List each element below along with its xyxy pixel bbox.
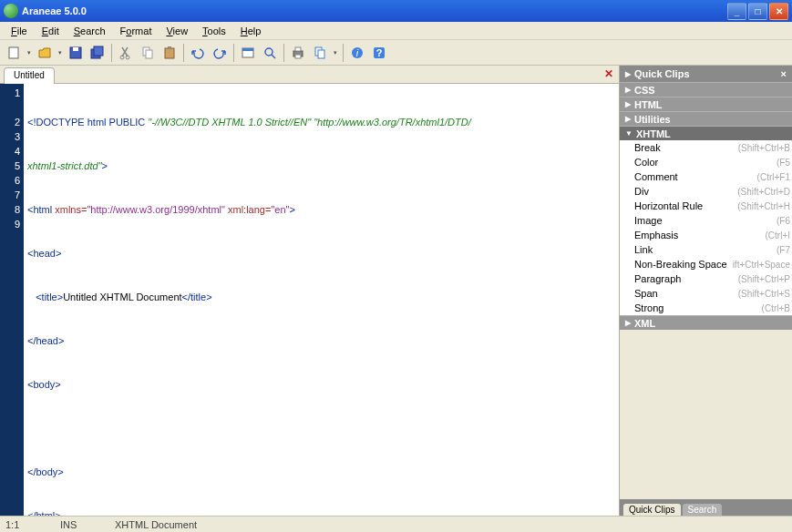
paste-button[interactable] xyxy=(159,43,180,63)
svg-rect-0 xyxy=(9,47,18,58)
code-editor[interactable]: 1 2 3 4 5 6 7 8 9 <!DOCTYPE html PUBLIC … xyxy=(0,84,619,516)
svg-rect-2 xyxy=(73,47,78,51)
clip-item-image[interactable]: Image(F6 xyxy=(620,213,792,228)
code-content[interactable]: <!DOCTYPE html PUBLIC "-//W3C//DTD XHTML… xyxy=(24,84,619,516)
open-button[interactable] xyxy=(35,43,55,63)
panel-tab-search[interactable]: Search xyxy=(683,504,723,516)
category-html[interactable]: ▶HTML xyxy=(620,97,792,111)
chevron-down-icon: ▼ xyxy=(625,129,633,138)
panel-close-icon[interactable]: × xyxy=(781,68,787,79)
toolbar-separator xyxy=(233,44,234,62)
copy-doc-button[interactable] xyxy=(310,43,330,63)
clip-item-link[interactable]: Link(F7 xyxy=(620,242,792,257)
copy-doc-dropdown[interactable]: ▾ xyxy=(332,49,339,56)
toolbar-separator xyxy=(343,44,344,62)
panel-fill xyxy=(620,330,792,499)
print-button[interactable] xyxy=(288,43,308,63)
redo-button[interactable] xyxy=(210,43,230,63)
clip-item-break[interactable]: Break(Shift+Ctrl+B xyxy=(620,140,792,155)
cut-button[interactable] xyxy=(116,43,136,63)
toolbar-separator xyxy=(183,44,184,62)
quick-clips-panel: ▶ Quick Clips × ▶CSS ▶HTML ▶Utilities ▼X… xyxy=(619,66,792,516)
toolbar: ▾ ▾ ▾ i ? xyxy=(0,40,792,66)
info-button[interactable]: i xyxy=(347,43,367,63)
document-tab[interactable]: Untitled xyxy=(4,67,55,84)
new-dropdown[interactable]: ▾ xyxy=(26,49,33,56)
svg-rect-16 xyxy=(295,47,301,51)
svg-rect-10 xyxy=(168,46,171,49)
clip-item-span[interactable]: Span(Shift+Ctrl+S xyxy=(620,286,792,301)
statusbar: 1:1 INS XHTML Document xyxy=(0,516,792,532)
editor-pane: Untitled ✕ 1 2 3 4 5 6 7 8 9 <!DOCTYPE h… xyxy=(0,66,619,516)
svg-rect-8 xyxy=(146,50,152,58)
save-button[interactable] xyxy=(66,43,86,63)
undo-button[interactable] xyxy=(188,43,208,63)
status-insert-mode: INS xyxy=(60,519,97,530)
menu-view[interactable]: View xyxy=(159,24,195,38)
document-tabs: Untitled ✕ xyxy=(0,66,619,84)
clip-item-nbsp[interactable]: Non-Breaking Spaceift+Ctrl+Space xyxy=(620,257,792,271)
menu-search[interactable]: Search xyxy=(67,24,113,38)
panel-tab-clips[interactable]: Quick Clips xyxy=(623,504,681,516)
svg-text:?: ? xyxy=(376,47,383,58)
svg-rect-12 xyxy=(242,48,253,51)
category-utilities[interactable]: ▶Utilities xyxy=(620,111,792,126)
line-number: 9 xyxy=(0,217,20,231)
menubar: File Edit Search Format View Tools Help xyxy=(0,22,792,40)
panel-header: ▶ Quick Clips × xyxy=(620,66,792,82)
clip-item-comment[interactable]: Comment(Ctrl+F1 xyxy=(620,169,792,184)
window-buttons: _ □ ✕ xyxy=(727,3,788,20)
line-number: 8 xyxy=(0,202,20,217)
line-number: 4 xyxy=(0,144,20,159)
svg-point-13 xyxy=(265,48,273,56)
window-title: Araneae 5.0.0 xyxy=(22,5,727,16)
menu-edit[interactable]: Edit xyxy=(35,24,67,38)
line-gutter: 1 2 3 4 5 6 7 8 9 xyxy=(0,84,24,516)
new-button[interactable] xyxy=(4,43,24,63)
status-cursor-pos: 1:1 xyxy=(5,519,42,530)
category-css[interactable]: ▶CSS xyxy=(620,82,792,97)
line-number: 6 xyxy=(0,173,20,188)
clip-list: Break(Shift+Ctrl+B Color(F5 Comment(Ctrl… xyxy=(620,140,792,315)
titlebar: Araneae 5.0.0 _ □ ✕ xyxy=(0,0,792,22)
panel-title: Quick Clips xyxy=(634,68,690,79)
clip-item-color[interactable]: Color(F5 xyxy=(620,155,792,169)
close-button[interactable]: ✕ xyxy=(769,3,788,20)
help-button[interactable]: ? xyxy=(369,43,389,63)
clip-item-strong[interactable]: Strong(Ctrl+B xyxy=(620,301,792,315)
line-number: 1 xyxy=(0,86,20,100)
menu-format[interactable]: Format xyxy=(113,24,159,38)
svg-line-14 xyxy=(272,55,275,58)
category-xml[interactable]: ▶XML xyxy=(620,315,792,330)
minimize-button[interactable]: _ xyxy=(727,3,746,20)
svg-rect-19 xyxy=(318,50,324,58)
menu-file[interactable]: File xyxy=(4,24,35,38)
app-icon xyxy=(4,4,18,18)
clip-item-div[interactable]: Div(Shift+Ctrl+D xyxy=(620,184,792,199)
svg-rect-9 xyxy=(165,48,174,58)
line-number: 2 xyxy=(0,115,20,129)
clip-item-emphasis[interactable]: Emphasis(Ctrl+I xyxy=(620,228,792,242)
svg-rect-17 xyxy=(295,55,301,58)
open-dropdown[interactable]: ▾ xyxy=(57,49,64,56)
line-number: 5 xyxy=(0,159,20,173)
svg-rect-4 xyxy=(94,46,103,56)
panel-tabs: Quick Clips Search xyxy=(620,499,792,516)
chevron-right-icon: ▶ xyxy=(625,319,631,327)
toolbar-separator xyxy=(111,44,112,62)
line-number: 3 xyxy=(0,129,20,144)
toolbar-separator xyxy=(283,44,284,62)
find-button[interactable] xyxy=(260,43,280,63)
maximize-button[interactable]: □ xyxy=(748,3,767,20)
menu-help[interactable]: Help xyxy=(233,24,269,38)
clip-item-paragraph[interactable]: Paragraph(Shift+Ctrl+P xyxy=(620,271,792,286)
line-number: 7 xyxy=(0,188,20,202)
clip-item-hr[interactable]: Horizontal Rule(Shift+Ctrl+H xyxy=(620,199,792,213)
save-all-button[interactable] xyxy=(87,43,108,63)
copy-button[interactable] xyxy=(138,43,158,63)
preview-button[interactable] xyxy=(238,43,258,63)
menu-tools[interactable]: Tools xyxy=(195,24,233,38)
chevron-right-icon: ▶ xyxy=(625,86,631,94)
close-tab-icon[interactable]: ✕ xyxy=(604,67,613,80)
category-xhtml[interactable]: ▼XHTML xyxy=(620,126,792,140)
